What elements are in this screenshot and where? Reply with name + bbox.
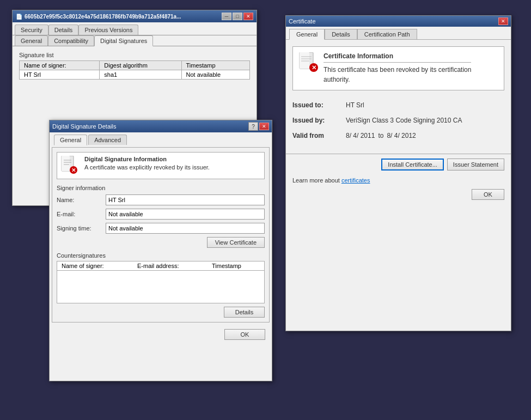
countersig-body: [57, 271, 265, 303]
issued-by-row: Issued by: VeriSign Class 3 Code Signing…: [292, 117, 504, 124]
sig-details-close-button[interactable]: ✕: [259, 123, 269, 130]
certificates-link[interactable]: certificates: [341, 177, 370, 184]
email-field-row: E-mail:: [57, 209, 265, 220]
sig-info-title: Digital Signature Information: [84, 156, 210, 162]
cert-title-bar[interactable]: Certificate ✕: [286, 16, 511, 27]
valid-from-label: Valid from: [292, 132, 341, 139]
sig-col-name: Name of signer:: [20, 61, 100, 70]
email-input[interactable]: [106, 209, 265, 220]
cert-tab-general[interactable]: General: [289, 29, 325, 40]
props-tab-bar: Security Details Previous Versions: [13, 22, 257, 35]
help-button[interactable]: ?: [248, 122, 258, 131]
email-label: E-mail:: [57, 211, 106, 217]
cert-close-button[interactable]: ✕: [498, 17, 508, 25]
cert-learn-more: Learn more about certificates: [286, 175, 511, 186]
cert-ok-row: OK: [286, 186, 511, 205]
certificate-dialog: Certificate ✕ General Details Certificat…: [285, 15, 511, 331]
countersig-table: Name of signer: E-mail address: Timestam…: [57, 261, 265, 303]
cert-icon: ✕: [298, 52, 319, 73]
cert-info-header: Certificate Information: [324, 52, 471, 60]
cert-tab-bar: General Details Certification Path: [286, 27, 511, 40]
countersig-details-button[interactable]: Details: [224, 307, 265, 318]
svg-rect-1: [62, 156, 70, 171]
countersig-col-name: Name of signer:: [57, 261, 133, 271]
cert-actions: Install Certificate... Issuer Statement: [286, 159, 511, 175]
cert-fields: Issued to: HT Srl Issued by: VeriSign Cl…: [286, 97, 511, 151]
signer-info-label: Signer information: [57, 185, 265, 191]
name-label: Name:: [57, 197, 106, 203]
signing-time-label: Signing time:: [57, 225, 106, 232]
svg-text:✕: ✕: [312, 64, 316, 71]
tab-compatibility[interactable]: Compatibility: [48, 35, 94, 46]
issued-by-value: VeriSign Class 3 Code Signing 2010 CA: [346, 117, 462, 124]
signature-list-label: Signature list: [19, 52, 250, 58]
view-certificate-button[interactable]: View Certificate: [207, 237, 265, 248]
cert-ok-button[interactable]: OK: [472, 189, 504, 200]
file-props-title: 6605b27e95f5c3c8012e4a75d1861786fb749b9a…: [25, 14, 181, 20]
cert-icon-area: ✕: [298, 52, 318, 72]
signature-table: Name of signer: Digest algorithm Timesta…: [19, 60, 250, 80]
countersig-section: Countersignatures Name of signer: E-mail…: [57, 252, 265, 318]
sig-info-message: A certificate was explicitly revoked by …: [84, 164, 210, 171]
sig-timestamp: Not available: [181, 70, 249, 80]
sig-col-timestamp: Timestamp: [181, 61, 249, 70]
props-tab-bar-2: General Compatibility Digital Signatures: [13, 35, 257, 46]
sig-name: HT Srl: [20, 70, 100, 80]
sig-details-dialog: Digital Signature Details ? ✕ General Ad…: [49, 120, 272, 381]
svg-text:✕: ✕: [71, 167, 76, 173]
sig-details-footer: OK: [50, 325, 272, 344]
countersig-col-email: E-mail address:: [133, 261, 207, 271]
cert-title: Certificate: [289, 18, 316, 25]
countersig-label: Countersignatures: [57, 252, 265, 259]
valid-from-row: Valid from 8/ 4/ 2011 to 8/ 4/ 2012: [292, 132, 504, 139]
table-row[interactable]: HT Srl sha1 Not available: [20, 70, 250, 80]
valid-to-label: to: [378, 132, 383, 139]
install-certificate-button[interactable]: Install Certificate...: [381, 159, 443, 171]
countersig-col-timestamp: Timestamp: [207, 261, 265, 271]
cert-info-box: ✕ Certificate Information This certifica…: [292, 46, 504, 90]
name-input[interactable]: [106, 194, 265, 205]
cert-revoke-message: This certificate has been revoked by its…: [324, 65, 471, 84]
tab-previous-versions[interactable]: Previous Versions: [78, 25, 138, 35]
issued-to-label: Issued to:: [292, 101, 341, 109]
sig-info-box: ✕ Digital Signature Information A certif…: [57, 152, 265, 179]
issuer-statement-button[interactable]: Issuer Statement: [447, 159, 504, 171]
valid-to-value: 8/ 4/ 2012: [387, 132, 416, 139]
props-content: Signature list Name of signer: Digest al…: [13, 46, 257, 85]
learn-more-text: Learn more about: [292, 177, 341, 184]
sig-tab-advanced[interactable]: Advanced: [88, 135, 127, 145]
tab-security[interactable]: Security: [15, 25, 48, 35]
cert-tab-details[interactable]: Details: [325, 29, 357, 39]
issued-to-row: Issued to: HT Srl: [292, 101, 504, 109]
tab-general[interactable]: General: [15, 35, 48, 46]
name-field-row: Name:: [57, 194, 265, 205]
view-cert-btn-area: View Certificate: [57, 237, 265, 248]
maximize-button[interactable]: □: [233, 13, 242, 20]
close-button[interactable]: ✕: [243, 13, 253, 20]
issued-to-value: HT Srl: [346, 101, 364, 109]
sig-doc-icon: ✕: [60, 156, 78, 175]
valid-from-value: 8/ 4/ 2011: [346, 132, 375, 139]
svg-rect-8: [300, 52, 309, 69]
sig-icon-area: ✕: [60, 156, 80, 175]
sig-details-title: Digital Signature Details: [52, 123, 116, 130]
signing-time-row: Signing time:: [57, 223, 265, 234]
sig-details-title-bar[interactable]: Digital Signature Details ? ✕: [50, 120, 272, 132]
file-icon: 📄: [16, 14, 22, 20]
minimize-button[interactable]: ─: [222, 13, 231, 20]
sig-details-ok-button[interactable]: OK: [224, 329, 265, 340]
tab-details[interactable]: Details: [48, 25, 79, 35]
sig-digest: sha1: [100, 70, 181, 80]
file-props-title-bar[interactable]: 📄 6605b27e95f5c3c8012e4a75d1861786fb749b…: [13, 10, 257, 22]
tab-digital-signatures[interactable]: Digital Signatures: [94, 35, 153, 46]
sig-col-digest: Digest algorithm: [100, 61, 181, 70]
sig-tab-general[interactable]: General: [54, 135, 87, 145]
issued-by-label: Issued by:: [292, 117, 341, 124]
signing-time-input[interactable]: [106, 223, 265, 234]
cert-tab-cert-path[interactable]: Certification Path: [357, 29, 417, 39]
